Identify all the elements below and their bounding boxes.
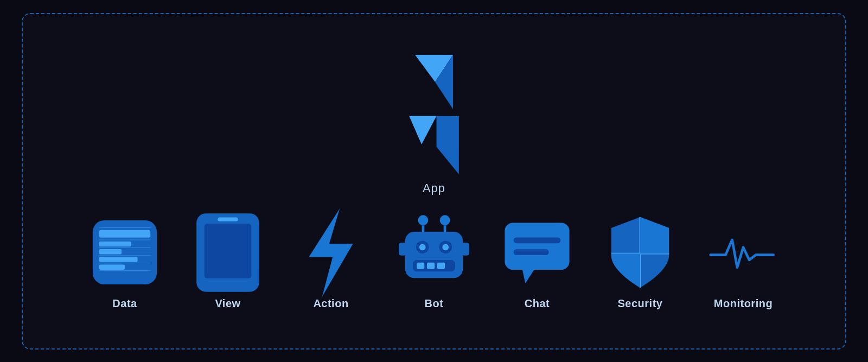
svg-rect-11 [99,239,151,240]
svg-rect-15 [99,270,151,271]
app-section: App [404,52,464,195]
icon-item-monitoring: Monitoring [708,217,778,310]
svg-rect-34 [462,243,469,256]
svg-rect-6 [99,242,131,246]
svg-rect-30 [417,263,424,269]
svg-marker-3 [437,116,459,174]
view-label: View [215,297,240,310]
svg-rect-17 [205,224,252,278]
svg-rect-12 [99,247,151,248]
bot-icon [399,217,469,288]
chat-label: Chat [525,297,550,310]
icon-item-security: Security [605,217,675,310]
bot-label: Bot [425,297,444,310]
action-label: Action [313,297,348,310]
svg-point-28 [442,244,449,251]
svg-rect-7 [99,249,122,254]
svg-rect-33 [399,243,406,256]
icon-item-view: View [193,217,263,310]
svg-rect-18 [218,217,238,221]
app-logo-chevron [404,112,464,177]
svg-point-27 [419,244,426,251]
icon-item-chat: Chat [502,217,572,310]
main-container: App Data [22,13,846,350]
svg-rect-13 [99,255,151,256]
app-logo-icon [407,52,461,112]
svg-rect-14 [99,263,151,263]
svg-marker-2 [409,116,436,144]
svg-point-21 [440,215,450,225]
monitoring-icon [708,217,778,288]
svg-rect-32 [437,263,445,269]
svg-rect-10 [99,227,151,228]
app-label: App [423,181,445,195]
data-label: Data [112,297,137,310]
chat-icon [502,217,572,288]
security-icon [605,217,675,288]
svg-rect-35 [505,223,569,270]
svg-rect-36 [514,238,561,244]
monitoring-label: Monitoring [714,297,773,310]
icon-item-data: Data [90,217,160,310]
data-icon [90,217,160,288]
svg-marker-38 [522,270,534,283]
svg-rect-31 [427,263,435,269]
svg-point-20 [418,215,428,225]
security-label: Security [618,297,663,310]
svg-rect-8 [99,257,138,262]
icons-row: Data View Action [90,217,778,310]
icon-item-action: Action [296,217,366,310]
icon-item-bot: Bot [399,217,469,310]
view-icon [193,217,263,288]
svg-marker-19 [309,208,353,297]
svg-rect-37 [514,250,549,256]
svg-rect-9 [99,264,125,269]
svg-rect-5 [99,230,151,238]
action-icon [296,217,366,288]
